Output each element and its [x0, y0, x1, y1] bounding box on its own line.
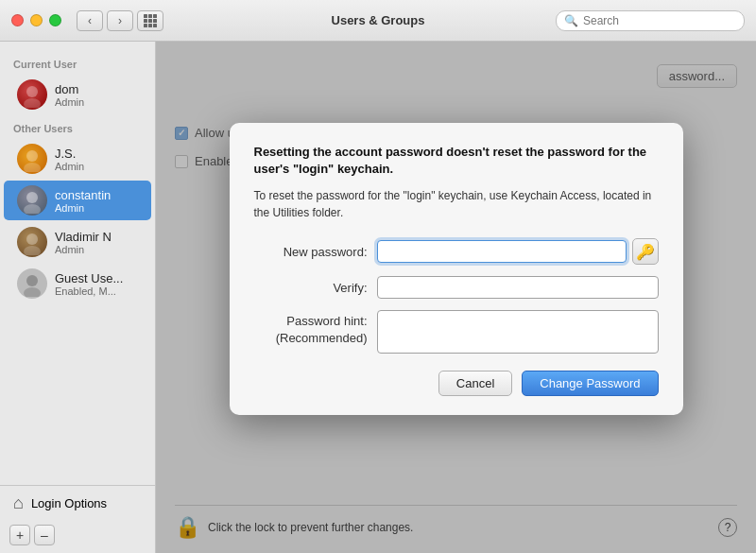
- hint-input[interactable]: [377, 310, 659, 354]
- user-role-js: Admin: [55, 161, 84, 172]
- window-title: Users & Groups: [332, 13, 425, 27]
- verify-row: Verify:: [254, 276, 659, 299]
- sidebar-item-js[interactable]: J.S. Admin: [4, 139, 151, 179]
- hint-row: Password hint: (Recommended): [254, 310, 659, 354]
- user-avatar-const-svg: [19, 187, 45, 214]
- minimize-button[interactable]: [30, 14, 43, 26]
- login-options-item[interactable]: ⌂ Login Options: [0, 486, 155, 521]
- avatar-guest: [17, 268, 47, 299]
- hint-label-text: Password hint:: [254, 313, 368, 330]
- traffic-lights: [11, 14, 61, 26]
- close-button[interactable]: [11, 14, 24, 26]
- cancel-button[interactable]: Cancel: [438, 371, 512, 396]
- user-name-dom: dom: [55, 82, 84, 96]
- titlebar: ‹ › Users & Groups 🔍: [0, 0, 756, 42]
- avatar-dom: [17, 79, 47, 110]
- main-content: Current User dom Admin Other Users: [0, 42, 756, 553]
- app-grid-button[interactable]: [137, 10, 163, 31]
- user-avatar-guest-svg: [19, 270, 45, 297]
- back-button[interactable]: ‹: [77, 10, 103, 31]
- svg-point-3: [24, 163, 41, 172]
- dialog-buttons: Cancel Change Password: [254, 371, 659, 396]
- new-password-row: New password: 🔑: [254, 238, 659, 265]
- user-role-vladimir: Admin: [55, 244, 112, 255]
- user-info-constantin: constantin Admin: [55, 188, 111, 214]
- sidebar-item-guest[interactable]: Guest Use... Enabled, M...: [4, 264, 151, 303]
- remove-user-button[interactable]: –: [34, 525, 55, 545]
- user-role-dom: Admin: [55, 96, 84, 108]
- sidebar: Current User dom Admin Other Users: [0, 42, 156, 553]
- user-avatar-dom-svg: [19, 81, 45, 108]
- user-avatar-vlad-svg: [19, 229, 45, 255]
- user-avatar-js-svg: [19, 146, 45, 172]
- search-icon: 🔍: [564, 14, 578, 27]
- user-info-js: J.S. Admin: [55, 147, 84, 172]
- sidebar-bottom: ⌂ Login Options + –: [0, 485, 155, 553]
- dialog-sub-text: To reset the password for the "login" ke…: [254, 187, 659, 221]
- svg-point-0: [26, 86, 38, 97]
- hint-sub-label: (Recommended): [254, 330, 368, 347]
- fullscreen-button[interactable]: [49, 14, 61, 26]
- sidebar-controls: + –: [0, 521, 155, 553]
- current-user-label: Current User: [0, 55, 155, 74]
- user-role-guest: Enabled, M...: [55, 285, 123, 297]
- avatar-constantin: [17, 185, 47, 216]
- svg-point-7: [24, 246, 41, 255]
- svg-point-1: [24, 98, 41, 108]
- dialog-overlay: Resetting the account password doesn't r…: [156, 42, 756, 553]
- dialog-form: New password: 🔑 Verify: Password hint: (…: [254, 238, 659, 354]
- user-name-js: J.S.: [55, 147, 84, 161]
- verify-input[interactable]: [377, 276, 659, 299]
- svg-point-8: [26, 275, 38, 286]
- sidebar-item-vladimir[interactable]: Vladimir N Admin: [4, 222, 151, 262]
- new-password-label: New password:: [254, 245, 377, 259]
- change-password-confirm-button[interactable]: Change Password: [522, 371, 658, 396]
- home-icon: ⌂: [13, 493, 24, 513]
- avatar-js: [17, 144, 47, 174]
- main-panel: assword... ✓ Allow user to administer th…: [156, 42, 756, 553]
- user-info-vladimir: Vladimir N Admin: [55, 230, 112, 255]
- forward-button[interactable]: ›: [107, 10, 133, 31]
- user-name-vladimir: Vladimir N: [55, 230, 112, 244]
- sidebar-item-constantin[interactable]: constantin Admin: [4, 181, 151, 220]
- user-name-guest: Guest Use...: [55, 271, 123, 285]
- add-user-button[interactable]: +: [9, 525, 30, 545]
- grid-icon: [144, 14, 157, 27]
- search-input[interactable]: [583, 14, 736, 27]
- search-box[interactable]: 🔍: [556, 10, 745, 31]
- svg-point-4: [26, 192, 38, 203]
- dialog-warning-title: Resetting the account password doesn't r…: [254, 144, 659, 178]
- avatar-vladimir: [17, 227, 47, 257]
- svg-point-6: [26, 233, 38, 245]
- change-password-dialog: Resetting the account password doesn't r…: [230, 123, 683, 415]
- other-users-label: Other Users: [0, 119, 155, 138]
- hint-label: Password hint: (Recommended): [254, 310, 377, 347]
- user-info-dom: dom Admin: [55, 82, 84, 108]
- user-info-guest: Guest Use... Enabled, M...: [55, 271, 123, 297]
- nav-buttons: ‹ ›: [77, 10, 133, 31]
- svg-point-2: [26, 150, 38, 162]
- svg-point-9: [24, 287, 41, 297]
- login-options-label: Login Options: [31, 496, 107, 510]
- key-button[interactable]: 🔑: [632, 238, 659, 265]
- new-password-input[interactable]: [377, 240, 627, 263]
- verify-label: Verify:: [254, 281, 377, 295]
- sidebar-item-dom[interactable]: dom Admin: [4, 75, 151, 114]
- svg-point-5: [24, 204, 41, 214]
- user-name-constantin: constantin: [55, 188, 111, 202]
- user-role-constantin: Admin: [55, 202, 111, 214]
